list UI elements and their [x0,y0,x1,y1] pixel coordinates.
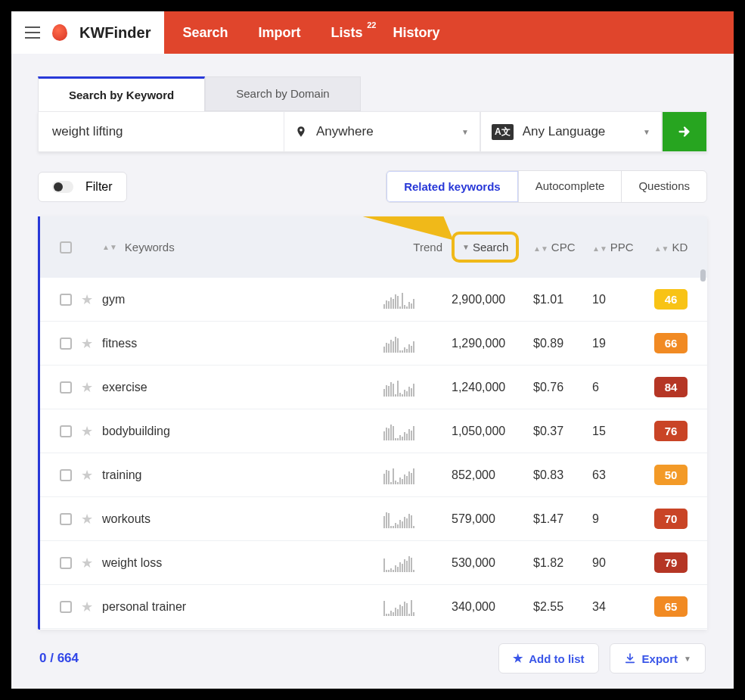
tab-search-by-keyword[interactable]: Search by Keyword [38,76,205,111]
filter-toggle[interactable]: Filter [38,172,127,202]
ppc-cell: 63 [592,468,645,482]
sort-icon: ▲▼ [533,247,548,251]
cpc-cell: $0.83 [533,468,592,482]
ppc-cell: 15 [592,425,645,438]
row-checkbox[interactable] [60,601,72,613]
star-icon[interactable]: ★ [81,424,93,439]
search-volume-cell: 1,290,000 [452,337,533,350]
table-row: ★gym2,900,000$1.011046 [40,278,707,322]
result-type-tabs: Related keywords Autocomplete Questions [386,170,707,203]
chevron-down-icon: ▼ [643,128,650,136]
select-all-checkbox[interactable] [60,241,72,254]
download-icon [624,652,636,664]
star-icon[interactable]: ★ [81,555,93,571]
search-volume-cell: 2,900,000 [452,293,533,306]
ppc-cell: 34 [592,600,645,614]
chevron-down-icon: ▼ [684,655,691,663]
trend-cell [383,291,452,309]
keyword-cell[interactable]: workouts [102,512,383,526]
keyword-cell[interactable]: gym [102,293,383,306]
table-header: ▲▼Keywords Trend ▼ Search ▲▼CPC ▲▼PPC ▲▼… [40,216,707,278]
footer-actions: ★ Add to list Export ▼ [498,643,706,674]
trend-sparkline [383,422,442,440]
trend-sparkline [383,466,442,484]
search-volume-cell: 1,240,000 [452,381,533,394]
star-icon[interactable]: ★ [81,468,93,483]
kd-badge: 76 [654,421,688,441]
keyword-cell[interactable]: personal trainer [102,600,383,614]
col-header-search[interactable]: ▼ Search [452,232,533,263]
star-icon[interactable]: ★ [81,599,93,614]
search-column-highlight: ▼ Search [452,232,519,263]
row-checkbox[interactable] [60,469,72,481]
keyword-cell[interactable]: bodybuilding [102,425,383,438]
keyword-cell[interactable]: weight loss [102,556,383,570]
search-row: weight lifting Anywhere ▼ A文 Any Languag… [38,111,707,152]
hamburger-icon[interactable] [25,26,40,39]
keyword-cell[interactable]: training [102,468,383,482]
col-header-kd[interactable]: ▲▼KD [645,241,697,254]
arrow-right-icon [676,123,693,140]
star-icon[interactable]: ★ [81,380,93,395]
export-button[interactable]: Export ▼ [610,643,706,674]
footer-bar: 0 / 664 ★ Add to list Export ▼ [38,630,707,674]
star-icon[interactable]: ★ [81,512,93,527]
cpc-cell: $0.37 [533,425,592,438]
trend-cell [383,334,452,353]
scrollbar-thumb[interactable] [700,269,706,282]
star-icon[interactable]: ★ [81,336,93,351]
trend-sparkline [383,291,442,309]
row-checkbox[interactable] [60,513,72,525]
row-checkbox[interactable] [60,338,72,350]
kd-badge: 79 [654,552,688,573]
tab-autocomplete[interactable]: Autocomplete [518,171,622,202]
toggle-icon [52,181,73,193]
location-dropdown[interactable]: Anywhere ▼ [284,111,480,152]
kd-cell: 76 [645,421,697,441]
col-header-keywords[interactable]: ▲▼Keywords [102,241,383,254]
keyword-input[interactable]: weight lifting [38,111,284,152]
kd-cell: 66 [645,333,697,353]
language-value: Any Language [523,124,606,139]
keyword-cell[interactable]: exercise [102,381,383,394]
kd-cell: 46 [645,289,697,310]
search-volume-cell: 852,000 [452,468,533,482]
star-icon[interactable]: ★ [81,292,93,307]
table-row: ★training852,000$0.836350 [40,453,707,497]
cpc-cell: $1.01 [533,293,592,306]
sort-desc-icon: ▼ [462,243,470,251]
tab-questions[interactable]: Questions [621,171,706,202]
search-button[interactable] [662,111,707,152]
row-checkbox[interactable] [60,381,72,394]
cpc-cell: $0.76 [533,381,592,394]
row-checkbox[interactable] [60,557,72,569]
language-dropdown[interactable]: A文 Any Language ▼ [480,111,662,152]
language-icon: A文 [492,124,514,140]
mode-tabs: Search by Keyword Search by Domain [38,76,707,111]
nav-lists[interactable]: Lists 22 [331,25,362,41]
tab-related-keywords[interactable]: Related keywords [386,170,519,203]
cpc-cell: $0.89 [533,337,592,350]
kd-cell: 84 [645,377,697,397]
add-to-list-button[interactable]: ★ Add to list [498,643,598,674]
sort-icon: ▲▼ [102,245,117,250]
trend-cell [383,466,452,484]
row-checkbox[interactable] [60,425,72,437]
ppc-cell: 90 [592,556,645,570]
nav-import[interactable]: Import [258,25,300,41]
trend-cell [383,422,452,440]
search-volume-cell: 530,000 [452,556,533,570]
nav-search[interactable]: Search [182,25,228,41]
kd-cell: 79 [645,552,697,573]
tab-search-by-domain[interactable]: Search by Domain [205,76,360,111]
trend-cell [383,554,452,572]
app-window: KWFinder Search Import Lists 22 History … [11,11,734,689]
sort-icon: ▲▼ [592,247,607,251]
col-header-cpc[interactable]: ▲▼CPC [533,241,592,254]
trend-cell [383,378,452,397]
col-header-ppc[interactable]: ▲▼PPC [592,241,645,254]
keyword-cell[interactable]: fitness [102,337,383,350]
col-header-trend[interactable]: Trend [383,241,452,254]
row-checkbox[interactable] [60,294,72,306]
nav-history[interactable]: History [393,25,440,41]
